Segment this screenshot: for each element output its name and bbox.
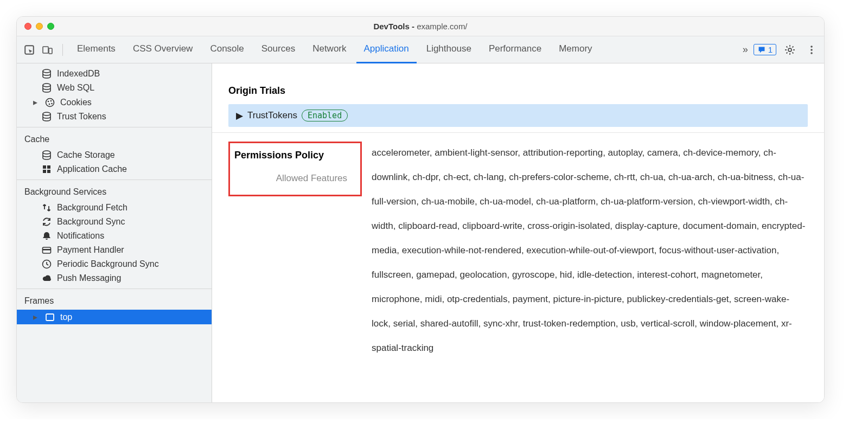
- sidebar-item-label: Cache Storage: [57, 150, 115, 160]
- allowed-features-label: Allowed Features: [232, 173, 352, 184]
- sidebar-item-top[interactable]: ▸top: [17, 310, 212, 324]
- cookie-icon: [45, 98, 55, 107]
- sidebar-item-label: Background Fetch: [57, 203, 127, 213]
- sidebar-group-frames: Frames ▸top: [17, 289, 212, 328]
- db-icon: [42, 69, 52, 79]
- tab-sources[interactable]: Sources: [254, 36, 303, 63]
- sidebar-group-storage: IndexedDBWeb SQL▸CookiesTrust Tokens: [17, 63, 212, 127]
- trial-status-badge: Enabled: [302, 110, 348, 121]
- devtools-window: DevTools - example.com/ ElementsCSS Over…: [16, 16, 825, 403]
- tab-performance[interactable]: Performance: [481, 36, 549, 63]
- titlebar: DevTools - example.com/: [17, 17, 824, 36]
- settings-button[interactable]: [782, 42, 798, 58]
- db-icon: [42, 83, 52, 93]
- tab-lighthouse[interactable]: Lighthouse: [419, 36, 479, 63]
- device-toggle-button[interactable]: [40, 42, 56, 58]
- main-content: Origin Trials ▶ TrustTokens Enabled Perm…: [212, 63, 824, 402]
- updn-icon: [42, 203, 52, 213]
- db-icon: [42, 112, 52, 121]
- triangle-right-icon: ▶: [236, 110, 243, 121]
- sidebar-item-label: top: [60, 312, 72, 322]
- bell-icon: [42, 231, 52, 241]
- sidebar-group-cache: Cache Cache StorageApplication Cache: [17, 127, 212, 180]
- dots-vertical-icon: [806, 44, 817, 55]
- more-tabs-button[interactable]: »: [743, 44, 748, 55]
- messages-count: 1: [768, 45, 773, 54]
- sidebar-item-web-sql[interactable]: Web SQL: [17, 81, 212, 95]
- tab-console[interactable]: Console: [202, 36, 251, 63]
- sidebar-item-label: IndexedDB: [57, 69, 100, 79]
- sidebar-item-payment-handler[interactable]: Payment Handler: [17, 243, 212, 257]
- sidebar-item-cache-storage[interactable]: Cache Storage: [17, 148, 212, 162]
- triangle-right-icon: ▸: [33, 312, 40, 322]
- sidebar-item-notifications[interactable]: Notifications: [17, 229, 212, 243]
- sidebar-item-cookies[interactable]: ▸Cookies: [17, 95, 212, 110]
- sidebar-item-application-cache[interactable]: Application Cache: [17, 162, 212, 176]
- origin-trials-title: Origin Trials: [228, 85, 808, 97]
- window-title: DevTools - example.com/: [17, 22, 824, 31]
- sidebar-item-label: Web SQL: [57, 83, 94, 93]
- tabbar: ElementsCSS OverviewConsoleSourcesNetwor…: [17, 36, 824, 63]
- divider: [62, 44, 63, 56]
- sidebar-item-indexeddb[interactable]: IndexedDB: [17, 67, 212, 81]
- tabs: ElementsCSS OverviewConsoleSourcesNetwor…: [69, 36, 741, 63]
- tab-application[interactable]: Application: [356, 36, 417, 63]
- sidebar-item-label: Payment Handler: [57, 245, 124, 255]
- inspect-button[interactable]: [21, 42, 37, 58]
- sidebar-item-background-sync[interactable]: Background Sync: [17, 215, 212, 229]
- sidebar-item-trust-tokens[interactable]: Trust Tokens: [17, 110, 212, 124]
- permissions-policy-section: Permissions Policy Allowed Features acce…: [212, 133, 824, 376]
- sidebar-item-periodic-background-sync[interactable]: Periodic Background Sync: [17, 257, 212, 271]
- frame-icon: [45, 312, 55, 322]
- sidebar-item-label: Periodic Background Sync: [57, 259, 159, 269]
- sidebar-group-bg: Background Services Background FetchBack…: [17, 180, 212, 289]
- sidebar-item-label: Push Messaging: [57, 273, 121, 283]
- sidebar-item-label: Background Sync: [57, 217, 125, 227]
- messages-badge[interactable]: 1: [754, 44, 776, 55]
- origin-trials-section: Origin Trials ▶ TrustTokens Enabled: [212, 74, 824, 133]
- trial-name: TrustTokens: [247, 110, 297, 121]
- highlight-box: Permissions Policy Allowed Features: [228, 142, 362, 196]
- sidebar-header-bg[interactable]: Background Services: [17, 183, 212, 201]
- sidebar-header-frames[interactable]: Frames: [17, 292, 212, 310]
- sidebar-item-label: Trust Tokens: [57, 112, 106, 121]
- origin-trial-row[interactable]: ▶ TrustTokens Enabled: [228, 104, 808, 127]
- permissions-policy-title: Permissions Policy: [234, 150, 352, 161]
- tab-elements[interactable]: Elements: [69, 36, 123, 63]
- sidebar-header-cache[interactable]: Cache: [17, 131, 212, 148]
- tab-memory[interactable]: Memory: [551, 36, 599, 63]
- sidebar-item-background-fetch[interactable]: Background Fetch: [17, 201, 212, 215]
- allowed-features-list: accelerometer, ambient-light-sensor, att…: [362, 140, 808, 360]
- sidebar-item-label: Cookies: [60, 98, 92, 107]
- card-icon: [42, 245, 52, 255]
- tab-network[interactable]: Network: [305, 36, 354, 63]
- sidebar: IndexedDBWeb SQL▸CookiesTrust Tokens Cac…: [17, 63, 212, 402]
- sidebar-item-label: Notifications: [57, 231, 104, 241]
- sidebar-item-label: Application Cache: [57, 164, 127, 174]
- triangle-right-icon: ▸: [33, 97, 40, 107]
- tab-css-overview[interactable]: CSS Overview: [125, 36, 201, 63]
- grid-icon: [42, 164, 52, 174]
- cloud-icon: [42, 273, 52, 283]
- sidebar-item-push-messaging[interactable]: Push Messaging: [17, 271, 212, 285]
- db-icon: [42, 150, 52, 160]
- sync-icon: [42, 217, 52, 227]
- gear-icon: [784, 44, 795, 55]
- menu-button[interactable]: [803, 42, 820, 58]
- clock-icon: [42, 259, 52, 269]
- message-icon: [757, 46, 766, 54]
